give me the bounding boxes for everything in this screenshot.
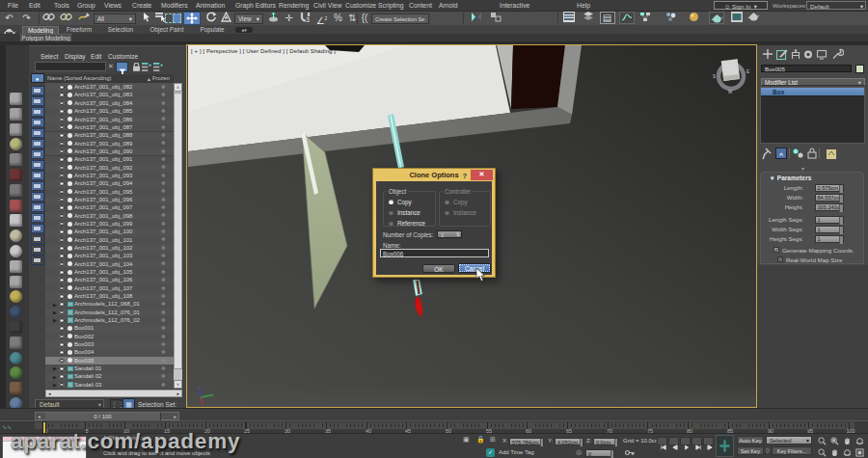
svg-text:3: 3 [306, 16, 310, 23]
svg-text:E: E [746, 69, 749, 74]
svg-text:S: S [713, 74, 716, 79]
